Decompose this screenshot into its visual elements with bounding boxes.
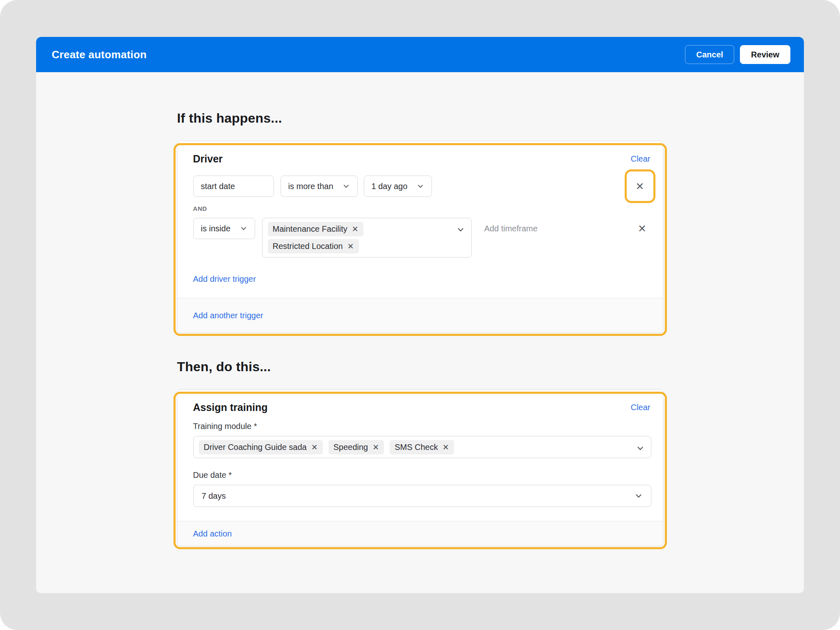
modal-header: Create automation Cancel Review (36, 37, 804, 72)
due-date-label: Due date * (193, 470, 651, 480)
trigger-section-heading: If this happens... (177, 72, 663, 126)
chevron-down-icon (417, 183, 424, 190)
due-date-value: 7 days (202, 491, 226, 501)
add-action-link[interactable]: Add action (193, 529, 232, 538)
value-text: 1 day ago (372, 182, 408, 191)
trigger-card-wrap: Driver Clear start date is more than (177, 141, 663, 333)
chip-label: SMS Check (395, 443, 438, 452)
remove-condition-button[interactable]: ✕ (632, 178, 648, 194)
review-button[interactable]: Review (740, 45, 790, 64)
selected-option-chip: Maintenance Facility ✕ (268, 222, 363, 236)
action-card-footer: Add action (178, 521, 663, 546)
add-driver-trigger-link[interactable]: Add driver trigger (193, 274, 256, 283)
selected-option-chip: SMS Check ✕ (390, 440, 454, 454)
operator-value: is more than (288, 182, 333, 191)
chip-label: Driver Coaching Guide sada (204, 443, 307, 452)
page-title: Create automation (52, 48, 685, 61)
geofence-operator-value: is inside (201, 224, 231, 233)
chip-remove-icon[interactable]: ✕ (443, 443, 449, 452)
chevron-down-icon[interactable] (457, 226, 465, 234)
chevron-down-icon (240, 225, 247, 232)
start-date-value: start date (201, 182, 235, 191)
chip-remove-icon[interactable]: ✕ (347, 242, 354, 251)
remove-condition-button[interactable]: ✕ (634, 220, 651, 237)
conjunction-label: AND (193, 205, 651, 212)
chip-label: Restricted Location (273, 242, 343, 251)
trigger-condition-row-1: start date is more than 1 day ago (193, 176, 651, 197)
due-date-dropdown[interactable]: 7 days (193, 485, 651, 507)
driver-card-title: Driver (193, 152, 223, 166)
clear-trigger-link[interactable]: Clear (631, 154, 651, 164)
chip-label: Speeding (333, 443, 368, 452)
close-icon: ✕ (636, 180, 644, 192)
chip-remove-icon[interactable]: ✕ (372, 443, 379, 452)
desktop-background: Create automation Cancel Review If this … (0, 0, 840, 630)
assign-training-card-body: Assign training Clear Training module * … (178, 390, 663, 507)
chevron-down-icon (342, 183, 350, 190)
assign-training-card-header: Assign training Clear (193, 400, 651, 414)
create-automation-modal: Create automation Cancel Review If this … (36, 37, 804, 593)
driver-card-body: Driver Clear start date is more than (178, 141, 663, 284)
geofence-multiselect[interactable]: Maintenance Facility ✕ Restricted Locati… (262, 218, 472, 258)
chevron-down-icon (635, 492, 643, 500)
driver-trigger-card: Driver Clear start date is more than (177, 141, 663, 333)
modal-content: If this happens... Driver Clear start da… (177, 72, 663, 546)
selected-option-chip: Speeding ✕ (329, 440, 384, 454)
trigger-condition-row-2: is inside Maintenance Facility (193, 218, 651, 258)
training-module-label: Training module * (193, 422, 651, 431)
cancel-button[interactable]: Cancel (685, 45, 734, 64)
selected-option-chip: Restricted Location ✕ (268, 239, 359, 253)
action-card-wrap: Assign training Clear Training module * … (177, 389, 663, 546)
selected-option-chip: Driver Coaching Guide sada ✕ (199, 440, 323, 454)
clear-action-link[interactable]: Clear (631, 402, 651, 412)
chip-remove-icon[interactable]: ✕ (311, 443, 318, 452)
driver-card-header: Driver Clear (193, 152, 651, 166)
chevron-down-icon[interactable] (636, 444, 644, 452)
trigger-card-footer: Add another trigger (178, 298, 663, 333)
close-icon: ✕ (638, 223, 646, 235)
chip-label: Maintenance Facility (273, 224, 347, 234)
action-section-heading: Then, do this... (177, 333, 663, 374)
geofence-operator-dropdown[interactable]: is inside (193, 218, 255, 239)
chip-remove-icon[interactable]: ✕ (352, 224, 358, 234)
start-date-field[interactable]: start date (193, 176, 274, 197)
add-driver-trigger-row: Add driver trigger (193, 274, 651, 284)
remove-button-annotation-highlight: ✕ (625, 169, 655, 203)
operator-dropdown[interactable]: is more than (281, 176, 358, 197)
value-dropdown[interactable]: 1 day ago (364, 176, 432, 197)
add-timeframe-placeholder[interactable]: Add timeframe (484, 218, 538, 239)
assign-training-card: Assign training Clear Training module * … (177, 389, 663, 546)
assign-training-title: Assign training (193, 400, 268, 414)
training-module-multiselect[interactable]: Driver Coaching Guide sada ✕ Speeding ✕ (193, 436, 651, 458)
add-another-trigger-link[interactable]: Add another trigger (193, 311, 263, 320)
